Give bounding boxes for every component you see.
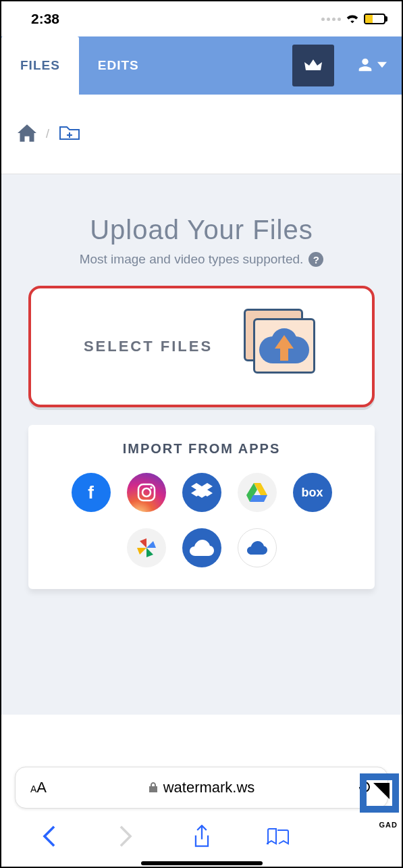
url-text: watermark.ws <box>163 779 255 796</box>
instagram-icon[interactable] <box>127 473 166 512</box>
svg-point-1 <box>142 488 151 496</box>
content-area: Upload Your Files Most image and video t… <box>1 174 402 715</box>
upload-subtitle: Most image and video types supported. ? <box>28 252 375 267</box>
forward-button[interactable] <box>107 817 144 855</box>
import-title: IMPORT FROM APPS <box>42 441 361 457</box>
back-button[interactable] <box>30 817 68 855</box>
home-indicator[interactable] <box>141 861 263 865</box>
onedrive-icon[interactable] <box>182 528 221 567</box>
url-display[interactable]: watermark.ws <box>47 779 356 796</box>
upload-subtitle-text: Most image and video types supported. <box>80 252 304 267</box>
google-photos-icon[interactable] <box>127 528 166 567</box>
bookmarks-button[interactable] <box>259 817 297 855</box>
status-time: 2:38 <box>31 11 59 27</box>
status-bar: 2:38 <box>1 1 402 36</box>
corner-watermark: GAD <box>344 773 402 829</box>
box-icon[interactable]: box <box>293 473 332 512</box>
breadcrumb: / <box>1 95 402 174</box>
status-right <box>321 11 385 26</box>
tab-edits[interactable]: EDITS <box>79 36 158 95</box>
breadcrumb-separator: / <box>46 127 49 141</box>
tab-files[interactable]: FILES <box>1 36 79 95</box>
user-icon <box>356 55 375 74</box>
onedrive-personal-icon[interactable] <box>238 528 277 567</box>
app-header: FILES EDITS <box>1 36 402 95</box>
home-icon[interactable] <box>18 124 36 145</box>
google-drive-icon[interactable] <box>238 473 277 512</box>
new-folder-icon[interactable] <box>59 124 80 145</box>
help-icon[interactable]: ? <box>308 252 323 267</box>
battery-icon <box>364 14 385 24</box>
facebook-icon[interactable]: f <box>72 473 111 512</box>
svg-rect-0 <box>138 484 155 501</box>
premium-button[interactable] <box>292 45 334 86</box>
crown-icon <box>304 58 323 73</box>
upload-graphic-icon <box>238 306 319 387</box>
select-files-button[interactable]: SELECT FILES <box>28 286 375 407</box>
corner-text: GAD <box>379 821 398 829</box>
user-menu-button[interactable] <box>356 55 387 74</box>
dropbox-icon[interactable] <box>182 473 221 512</box>
lock-icon <box>149 779 158 796</box>
svg-point-2 <box>150 486 153 489</box>
chevron-down-icon <box>377 60 387 70</box>
share-button[interactable] <box>183 817 221 855</box>
browser-toolbar <box>1 814 402 859</box>
signal-dots-icon <box>321 18 341 21</box>
text-size-button[interactable]: AA <box>30 779 47 796</box>
import-apps-card: IMPORT FROM APPS f box <box>28 425 375 589</box>
select-files-label: SELECT FILES <box>84 338 213 355</box>
upload-title: Upload Your Files <box>28 215 375 245</box>
wifi-icon <box>345 11 360 26</box>
browser-address-bar[interactable]: AA watermark.ws <box>15 767 388 809</box>
